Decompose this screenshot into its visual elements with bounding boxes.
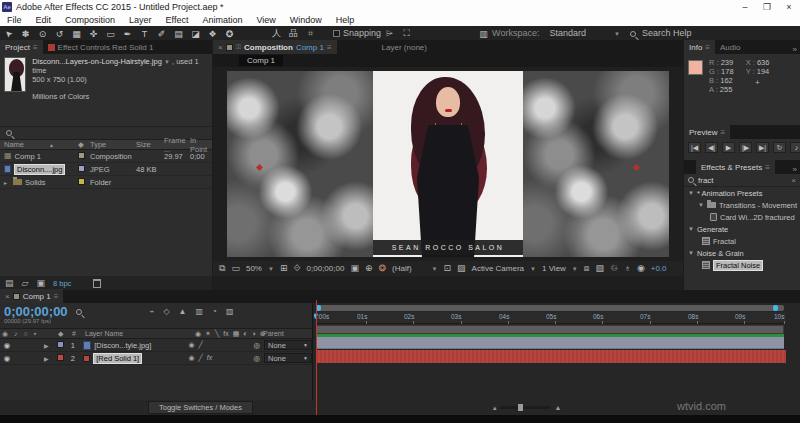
frame-blend-icon[interactable]: ▥ xyxy=(196,307,204,316)
first-frame-button[interactable]: |◀ xyxy=(688,142,701,153)
tree-item[interactable]: ▼* Animation Presets xyxy=(684,187,800,199)
overflow-icon[interactable]: » xyxy=(793,45,800,54)
loop-button[interactable]: ↻ xyxy=(773,142,786,153)
sort-asc-icon[interactable]: ▲ xyxy=(49,142,54,148)
layer1-duration-bar[interactable] xyxy=(316,337,784,349)
align-icon[interactable]: 品 xyxy=(285,27,302,40)
timeline-button-icon[interactable]: ♲ xyxy=(610,264,618,273)
col-name[interactable]: Name▲ xyxy=(0,140,72,149)
current-timecode[interactable]: 0;00;00;00 xyxy=(4,305,68,318)
menu-help[interactable]: Help xyxy=(329,15,362,25)
breadcrumb[interactable]: Comp 1 xyxy=(239,55,283,66)
quality-switch[interactable]: ╱ xyxy=(199,354,203,362)
play-button[interactable]: ▶ xyxy=(722,142,735,153)
view-dropdown-icon[interactable]: ▼ xyxy=(572,266,578,272)
show-snapshot-icon[interactable]: ⊕ xyxy=(365,264,373,273)
tab-audio[interactable]: Audio xyxy=(715,40,745,54)
twirl-icon[interactable]: ▼ xyxy=(688,250,694,256)
zoom-out-icon[interactable]: ▴ xyxy=(493,404,497,412)
roi-icon[interactable]: ⊡ xyxy=(444,264,452,273)
caret-down-icon[interactable]: ▼ xyxy=(164,59,170,65)
menu-view[interactable]: View xyxy=(249,15,282,25)
zoom-in-icon[interactable]: ▲ xyxy=(554,404,561,411)
snap-angle-icon[interactable]: ⌲ xyxy=(381,28,398,39)
tab-effect-controls[interactable]: Effect Controls Red Solid 1 xyxy=(43,40,159,54)
expand-arrow-icon[interactable]: ▶ xyxy=(44,342,57,349)
last-frame-button[interactable]: ▶| xyxy=(756,142,769,153)
hand-tool-icon[interactable]: ✽ xyxy=(17,29,34,39)
mask-visibility-icon[interactable]: ⟐ xyxy=(293,264,300,273)
tab-project[interactable]: Project ≡ xyxy=(0,40,43,54)
camera-dropdown-icon[interactable]: ▼ xyxy=(530,266,536,272)
view-layout-select[interactable]: 1 View xyxy=(542,264,566,273)
transparency-grid-icon[interactable]: ▨ xyxy=(457,264,466,273)
viewer-timecode[interactable]: 0;00;00;00 xyxy=(307,264,345,273)
fx-switch[interactable]: fx xyxy=(207,354,212,362)
next-frame-button[interactable]: |▶ xyxy=(739,142,752,153)
snap-grid-icon[interactable]: ⛶ xyxy=(398,28,415,39)
pickwhip-icon[interactable]: ◎ xyxy=(253,354,260,363)
label-color[interactable] xyxy=(78,152,85,159)
table-row[interactable]: ▦Comp 1 Composition 29.97 0;00 xyxy=(0,150,212,163)
menu-animation[interactable]: Animation xyxy=(195,15,249,25)
work-area-secondary-bar[interactable] xyxy=(316,325,784,334)
pixel-aspect-icon[interactable]: ⧈ xyxy=(584,264,590,273)
layer-name-col[interactable]: Layer Name xyxy=(85,330,195,337)
fit-icon[interactable]: ▭ xyxy=(231,264,240,273)
search-icon[interactable] xyxy=(76,309,82,315)
zoom-track[interactable] xyxy=(500,406,550,409)
search-help-input[interactable]: Search Help xyxy=(642,29,692,38)
close-button[interactable]: × xyxy=(778,2,800,12)
magnify-icon[interactable]: ⧉ xyxy=(219,264,225,273)
timeline-zoom-slider[interactable]: ▴ ▲ xyxy=(493,404,561,412)
parent-select[interactable]: None▼ xyxy=(264,340,312,350)
pickwhip-icon[interactable]: ◎ xyxy=(253,341,260,350)
label-color[interactable] xyxy=(57,341,64,348)
overflow-icon[interactable]: » xyxy=(793,165,800,174)
exposure-value[interactable]: +0.0 xyxy=(651,264,667,273)
clear-search-icon[interactable]: × xyxy=(791,176,796,185)
table-row[interactable]: ▸Solids Folder xyxy=(0,176,212,189)
rotate-tool-icon[interactable]: ↺ xyxy=(51,29,68,39)
pen-tool-icon[interactable]: ✒ xyxy=(119,29,136,39)
col-type[interactable]: Type xyxy=(90,140,136,149)
parent-select[interactable]: None▼ xyxy=(264,353,312,363)
tab-preview[interactable]: Preview ≡ xyxy=(684,125,730,139)
shape-tool-icon[interactable]: ▭ xyxy=(102,29,119,39)
flowchart-button-icon[interactable]: ♁ xyxy=(624,264,631,273)
tab-layer[interactable]: Layer (none) xyxy=(377,40,432,54)
layer-row[interactable]: ◉ ▶ 1 [Discon...tyle.jpg] ◉╱ ◎None▼ xyxy=(0,339,312,352)
tree-item[interactable]: Fractal xyxy=(684,235,800,247)
twirl-icon[interactable]: ▼ xyxy=(688,190,694,196)
lock-icon[interactable]: ⚿ xyxy=(236,43,241,51)
eye-icon[interactable]: ◉ xyxy=(2,341,12,350)
col-size[interactable]: Size xyxy=(136,140,164,149)
close-tab-icon[interactable]: × xyxy=(5,292,10,301)
exposure-icon[interactable]: ◉ xyxy=(637,264,645,273)
panel-menu-icon[interactable]: ≡ xyxy=(705,43,710,52)
camera-view-select[interactable]: Active Camera xyxy=(472,264,524,273)
brush-tool-icon[interactable]: ✐ xyxy=(153,29,170,39)
zoom-tool-icon[interactable]: ⊙ xyxy=(34,29,51,39)
work-area-end-handle[interactable] xyxy=(773,305,778,311)
menu-effect[interactable]: Effect xyxy=(159,15,196,25)
workspace-dropdown-icon[interactable]: ▼ xyxy=(614,31,620,37)
composition-viewer[interactable]: SEAN ROCCO SALON xyxy=(213,67,683,261)
eye-icon[interactable]: ◉ xyxy=(2,354,12,363)
trash-icon[interactable] xyxy=(93,279,101,288)
menu-window[interactable]: Window xyxy=(283,15,329,25)
work-area-bar[interactable] xyxy=(316,305,784,311)
effects-search[interactable]: fract × xyxy=(684,174,800,187)
new-folder-icon[interactable]: ▱ xyxy=(22,279,29,288)
panel-menu-icon[interactable]: ≡ xyxy=(765,163,770,172)
fast-preview-icon[interactable]: ▧ xyxy=(596,264,605,273)
col-label[interactable]: ◆ xyxy=(72,140,90,149)
tab-info[interactable]: Info ≡ xyxy=(684,40,715,54)
draft3d-icon[interactable]: ▲ xyxy=(179,307,187,316)
pin-icon[interactable]: 人 xyxy=(268,27,285,40)
label-color[interactable] xyxy=(78,165,85,172)
resolution-dropdown-icon[interactable]: ▼ xyxy=(432,266,438,272)
menu-layer[interactable]: Layer xyxy=(122,15,159,25)
snapping-checkbox[interactable] xyxy=(333,30,340,37)
effects-search-input[interactable]: fract xyxy=(698,176,714,185)
